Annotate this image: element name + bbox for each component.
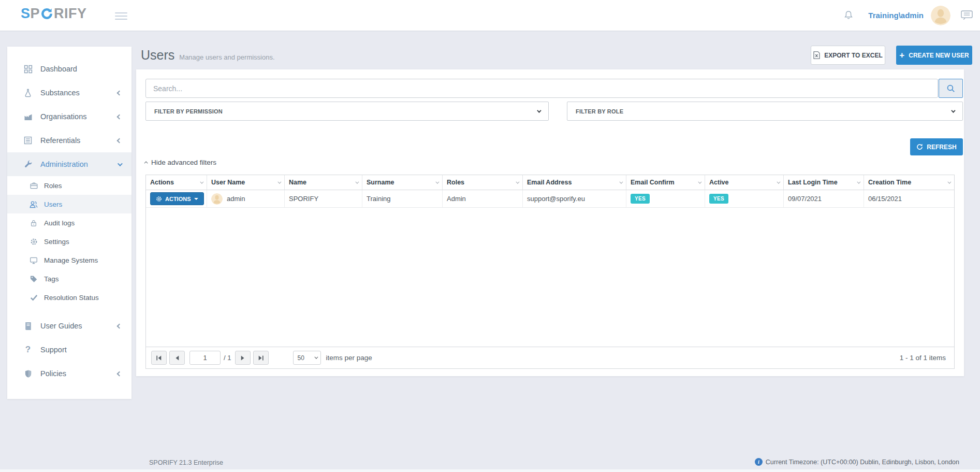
sidebar-item-label: Administration: [40, 160, 118, 168]
chevron-down-icon: [537, 108, 541, 112]
column-header-name[interactable]: Name: [285, 175, 362, 190]
column-menu-chevron-icon[interactable]: [857, 180, 860, 183]
filter-by-permission-label: FILTER BY PERMISSION: [154, 108, 223, 115]
export-to-excel-button[interactable]: EXPORT TO EXCEL: [811, 46, 885, 65]
gear-icon: [156, 196, 162, 202]
page-number-input[interactable]: [189, 351, 221, 365]
sidebar-subitem-label: Roles: [44, 182, 62, 190]
filter-by-role-select[interactable]: FILTER BY ROLE: [567, 102, 963, 121]
table-empty-area: [146, 208, 954, 347]
page-title: Users: [141, 48, 174, 63]
column-menu-chevron-icon[interactable]: [947, 180, 951, 183]
pagination-bar: / 1 50 items per page 1 - 1 of 1 items: [146, 347, 954, 368]
sidebar-item-dashboard[interactable]: Dashboard: [7, 57, 131, 81]
first-page-button[interactable]: [151, 351, 167, 365]
first-page-icon: [155, 354, 163, 362]
table-header-row: Actions User Name Name Surname Roles Ema…: [146, 175, 954, 190]
sidebar-item-label: Substances: [40, 89, 118, 97]
sidebar-item-organisations[interactable]: Organisations: [7, 105, 131, 128]
column-menu-chevron-icon[interactable]: [435, 180, 439, 183]
app-version-label: SPORIFY 21.3 Enterprise: [149, 459, 223, 466]
email-confirm-badge: YES: [631, 194, 650, 204]
create-new-user-button[interactable]: + CREATE NEW USER: [896, 46, 972, 65]
create-new-user-label: CREATE NEW USER: [909, 52, 969, 59]
search-icon: [946, 84, 955, 93]
logo-letter-p: P: [31, 7, 40, 21]
lock-icon: [29, 219, 38, 227]
sidebar-subitem-roles[interactable]: Roles: [7, 176, 131, 195]
column-menu-chevron-icon[interactable]: [619, 180, 623, 183]
users-icon: [29, 200, 38, 208]
book-icon: [23, 321, 33, 331]
row-actions-button[interactable]: ACTIONS: [150, 192, 204, 205]
sidebar-subitem-users[interactable]: Users: [7, 195, 131, 213]
sidebar-subitem-label: Users: [44, 201, 62, 208]
column-header-actions[interactable]: Actions: [146, 175, 207, 190]
pagination-summary: 1 - 1 of 1 items: [900, 354, 949, 362]
column-header-last-login-time[interactable]: Last Login Time: [784, 175, 864, 190]
sidebar-subitem-label: Audit logs: [44, 219, 75, 227]
column-header-creation-time[interactable]: Creation Time: [864, 175, 954, 190]
last-page-button[interactable]: [253, 351, 269, 365]
column-header-active[interactable]: Active: [705, 175, 784, 190]
sidebar-subitem-audit-logs[interactable]: Audit logs: [7, 213, 131, 232]
search-button[interactable]: [939, 79, 963, 98]
previous-page-button[interactable]: [169, 351, 185, 365]
column-header-email-address[interactable]: Email Address: [523, 175, 626, 190]
column-header-email-confirm[interactable]: Email Confirm: [626, 175, 705, 190]
sidebar-item-administration[interactable]: Administration: [7, 152, 131, 176]
filter-by-role-label: FILTER BY ROLE: [576, 108, 623, 115]
next-page-button[interactable]: [235, 351, 251, 365]
current-user-menu[interactable]: Training\admin: [868, 11, 924, 20]
chevron-left-icon: [117, 90, 122, 95]
hamburger-menu-icon[interactable]: [115, 10, 127, 22]
sidebar-subitem-resolution-status[interactable]: Resolution Status: [7, 288, 131, 307]
gear-icon: [29, 237, 38, 246]
chevron-down-icon: [118, 161, 123, 166]
page-size-select[interactable]: 50: [293, 351, 321, 365]
email-confirm-cell: YES: [626, 190, 705, 207]
logo-letter-s: S: [21, 7, 31, 21]
column-menu-chevron-icon[interactable]: [516, 180, 519, 183]
shield-icon: [23, 369, 33, 378]
sidebar-item-support[interactable]: ? Support: [7, 338, 131, 362]
refresh-button[interactable]: REFRESH: [910, 138, 963, 155]
column-header-roles[interactable]: Roles: [443, 175, 523, 190]
column-header-surname[interactable]: Surname: [362, 175, 443, 190]
caret-up-icon: [144, 161, 148, 165]
roles-cell: Admin: [443, 190, 523, 207]
chevron-left-icon: [117, 114, 122, 119]
sidebar-nav: Dashboard Substances Organisations Refer…: [7, 47, 131, 399]
sidebar-item-referentials[interactable]: Referentials: [7, 128, 131, 152]
column-menu-chevron-icon[interactable]: [200, 180, 203, 183]
filter-by-permission-select[interactable]: FILTER BY PERMISSION: [145, 102, 549, 121]
sidebar-item-label: Support: [40, 346, 121, 354]
column-menu-chevron-icon[interactable]: [277, 180, 281, 183]
table-row: ACTIONS admin SPORIFY Training Admin sup…: [146, 190, 954, 208]
user-avatar[interactable]: [931, 6, 950, 25]
sidebar-subitem-settings[interactable]: Settings: [7, 232, 131, 251]
sidebar-item-user-guides[interactable]: User Guides: [7, 314, 131, 338]
caret-down-icon: [194, 198, 198, 200]
column-menu-chevron-icon[interactable]: [355, 180, 359, 183]
sidebar-subitem-tags[interactable]: Tags: [7, 269, 131, 288]
chevron-left-icon: [117, 138, 122, 143]
column-header-user-name[interactable]: User Name: [207, 175, 285, 190]
users-table: Actions User Name Name Surname Roles Ema…: [145, 175, 955, 369]
active-badge: YES: [709, 194, 728, 204]
notifications-bell-icon[interactable]: [843, 10, 854, 21]
search-input[interactable]: [145, 79, 938, 98]
sidebar-subitem-manage-systems[interactable]: Manage Systems: [7, 251, 131, 269]
sidebar-item-policies[interactable]: Policies: [7, 362, 131, 385]
logo-letters-rify: RIFY: [54, 7, 87, 21]
sidebar-item-substances[interactable]: Substances: [7, 81, 131, 105]
column-menu-chevron-icon[interactable]: [698, 180, 701, 183]
column-menu-chevron-icon[interactable]: [777, 180, 780, 183]
chat-icon[interactable]: [961, 10, 973, 20]
hide-advanced-filters-toggle[interactable]: Hide advanced filters: [145, 159, 216, 166]
row-actions-label: ACTIONS: [165, 196, 191, 202]
creation-time-cell: 06/15/2021: [864, 190, 954, 207]
export-to-excel-label: EXPORT TO EXCEL: [824, 52, 882, 59]
users-panel: FILTER BY PERMISSION FILTER BY ROLE REFR…: [136, 69, 964, 376]
chevron-down-icon: [315, 355, 318, 359]
